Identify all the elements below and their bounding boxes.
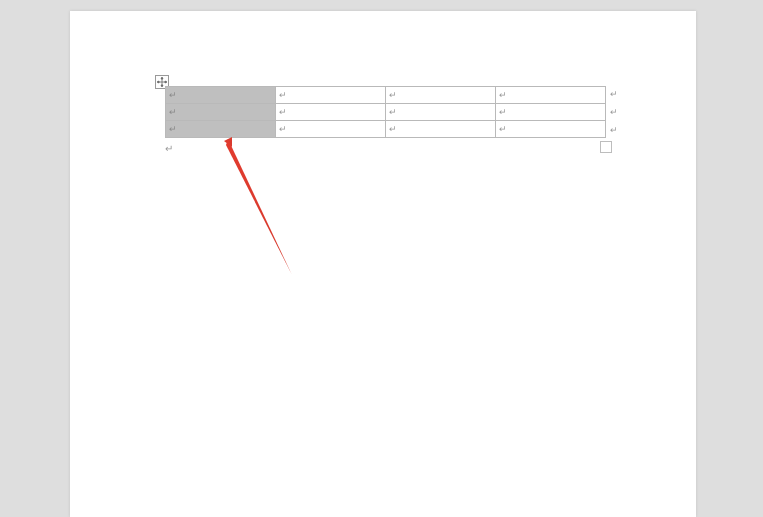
document-page[interactable]: ↵ ↵ ↵ ↵ ↵ ↵ ↵ ↵ ↵ ↵ ↵ ↵ ↵ ↵ ↵ ↵ [70, 11, 696, 517]
table-cell[interactable]: ↵ [386, 87, 496, 104]
row-end-mark: ↵ [610, 89, 618, 99]
cell-mark: ↵ [169, 90, 177, 100]
annotation-arrow [198, 127, 358, 287]
svg-marker-0 [224, 137, 232, 147]
cell-mark: ↵ [169, 107, 177, 117]
table-row[interactable]: ↵ ↵ ↵ ↵ [166, 121, 606, 138]
table-row[interactable]: ↵ ↵ ↵ ↵ [166, 104, 606, 121]
table-cell[interactable]: ↵ [496, 121, 606, 138]
cell-mark: ↵ [389, 124, 397, 134]
cell-mark: ↵ [499, 107, 507, 117]
table-cell[interactable]: ↵ [276, 87, 386, 104]
paragraph-mark: ↵ [165, 143, 173, 154]
word-table[interactable]: ↵ ↵ ↵ ↵ ↵ ↵ ↵ ↵ ↵ ↵ ↵ ↵ [165, 86, 606, 138]
cell-mark: ↵ [169, 124, 177, 134]
table-cell-selected[interactable]: ↵ [166, 87, 276, 104]
cell-mark: ↵ [279, 124, 287, 134]
table-cell[interactable]: ↵ [386, 104, 496, 121]
table-row[interactable]: ↵ ↵ ↵ ↵ [166, 87, 606, 104]
table-cell-selected[interactable]: ↵ [166, 104, 276, 121]
table-cell[interactable]: ↵ [276, 121, 386, 138]
table-cell[interactable]: ↵ [276, 104, 386, 121]
table-container: ↵ ↵ ↵ ↵ ↵ ↵ ↵ ↵ ↵ ↵ ↵ ↵ [165, 86, 605, 138]
cell-mark: ↵ [279, 90, 287, 100]
table-resize-handle[interactable] [600, 141, 612, 153]
cell-mark: ↵ [389, 107, 397, 117]
svg-marker-1 [226, 139, 292, 275]
cell-mark: ↵ [279, 107, 287, 117]
cell-mark: ↵ [499, 124, 507, 134]
table-cell[interactable]: ↵ [496, 87, 606, 104]
table-cell[interactable]: ↵ [496, 104, 606, 121]
cell-mark: ↵ [499, 90, 507, 100]
row-end-mark: ↵ [610, 125, 618, 135]
cell-mark: ↵ [389, 90, 397, 100]
table-cell-selected[interactable]: ↵ [166, 121, 276, 138]
row-end-mark: ↵ [610, 107, 618, 117]
table-cell[interactable]: ↵ [386, 121, 496, 138]
